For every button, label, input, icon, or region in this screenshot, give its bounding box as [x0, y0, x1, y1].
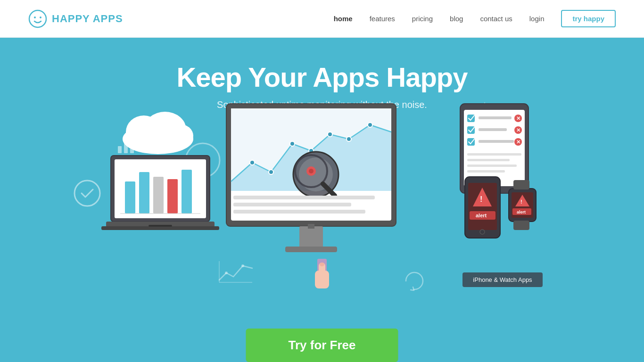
svg-rect-52: [285, 247, 337, 252]
svg-point-39: [328, 132, 332, 137]
nav-login[interactable]: login: [529, 15, 545, 23]
svg-rect-51: [299, 226, 323, 250]
logo[interactable]: HAPPY APPS: [28, 9, 123, 28]
svg-rect-31: [149, 225, 172, 227]
svg-rect-48: [233, 196, 375, 199]
header: HAPPY APPS home features pricing blog co…: [0, 0, 644, 38]
svg-point-37: [290, 141, 295, 146]
svg-text:alert: alert: [476, 213, 487, 218]
nav-features[interactable]: features: [370, 15, 395, 23]
nav-blog[interactable]: blog: [450, 15, 463, 23]
svg-rect-26: [167, 179, 178, 214]
svg-text:✕: ✕: [516, 127, 520, 133]
svg-rect-68: [467, 153, 521, 156]
svg-text:✕: ✕: [516, 139, 520, 145]
try-happy-button[interactable]: try happy: [561, 10, 616, 27]
svg-text:alert: alert: [517, 210, 526, 214]
svg-rect-71: [467, 170, 505, 173]
svg-rect-25: [153, 177, 164, 214]
svg-point-40: [347, 137, 351, 141]
svg-point-47: [309, 169, 314, 173]
hero-title: Keep Your Apps Happy: [176, 61, 467, 93]
phone-watch-area: ! alert ! alert iPhone & Watch Apps: [462, 174, 543, 287]
svg-point-1: [34, 16, 36, 18]
svg-rect-69: [467, 159, 510, 161]
nav-contact[interactable]: contact us: [480, 15, 512, 23]
try-free-button[interactable]: Try for Free: [246, 329, 398, 362]
svg-rect-27: [182, 170, 192, 214]
nav-home[interactable]: home: [334, 15, 353, 23]
svg-rect-9: [130, 137, 134, 153]
circular-arrow-icon: [401, 268, 427, 296]
svg-rect-70: [467, 165, 517, 167]
svg-point-13: [74, 181, 100, 206]
svg-point-36: [269, 170, 273, 174]
svg-rect-23: [125, 181, 135, 214]
check-circle-icon: [73, 179, 101, 209]
monitor-illustration: [224, 101, 398, 282]
svg-rect-30: [101, 226, 219, 230]
finger-cursor-icon: [310, 259, 334, 303]
svg-rect-49: [233, 203, 351, 206]
hero-section: Keep Your Apps Happy Sophisticated uptim…: [0, 38, 644, 362]
svg-rect-57: [479, 116, 512, 119]
svg-rect-87: [513, 221, 529, 230]
svg-point-35: [250, 160, 255, 165]
nav-pricing[interactable]: pricing: [412, 15, 433, 23]
svg-rect-50: [233, 210, 365, 214]
illustration: ✕ ✕ ✕: [0, 99, 644, 329]
svg-text:✕: ✕: [516, 115, 520, 121]
logo-text: HAPPY APPS: [52, 13, 123, 25]
logo-icon: [28, 9, 47, 28]
iphone-watch-label: iPhone & Watch Apps: [462, 272, 543, 287]
svg-rect-24: [139, 172, 149, 214]
svg-point-2: [40, 16, 41, 18]
svg-text:!: !: [520, 199, 522, 205]
svg-rect-61: [479, 128, 507, 131]
laptop-illustration: [101, 153, 219, 247]
svg-rect-53: [308, 224, 314, 229]
svg-rect-7: [118, 146, 122, 153]
svg-point-0: [29, 10, 46, 27]
svg-rect-86: [513, 180, 529, 189]
svg-text:!: !: [480, 195, 482, 203]
svg-rect-8: [124, 141, 128, 153]
main-nav: home features pricing blog contact us lo…: [334, 10, 616, 27]
svg-point-41: [368, 123, 372, 127]
svg-point-91: [320, 263, 324, 266]
svg-rect-65: [479, 140, 514, 143]
